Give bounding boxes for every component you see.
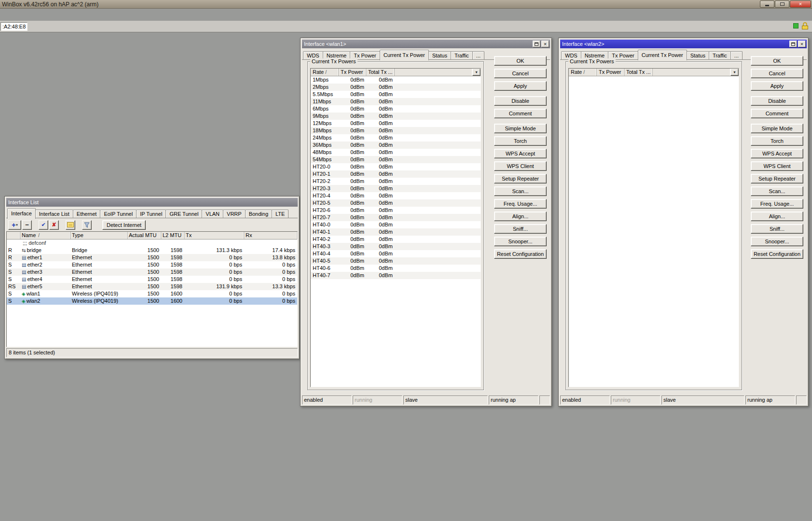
interface-row[interactable]: S ▤ether3 Ethernet 1500 1598 0 bps 0 bps bbox=[7, 268, 297, 276]
column-header-rate[interactable]: Rate/ bbox=[569, 69, 597, 76]
tab[interactable]: Interface List bbox=[35, 210, 73, 218]
enable-button[interactable]: ✔ bbox=[39, 220, 48, 230]
action-button[interactable]: Disable bbox=[494, 96, 547, 106]
column-header-type[interactable]: Type bbox=[70, 232, 127, 239]
tab[interactable]: Traffic bbox=[451, 51, 473, 60]
column-header-actual-mtu[interactable]: Actual MTU bbox=[127, 232, 161, 239]
action-button[interactable]: Apply bbox=[751, 81, 803, 91]
action-button[interactable]: WPS Client bbox=[494, 161, 547, 171]
action-button[interactable]: WPS Client bbox=[751, 161, 803, 171]
app-titlebar[interactable]: WinBox v6.42rc56 on hAP ac^2 (arm) × bbox=[0, 0, 812, 9]
tx-power-row[interactable]: 9Mbps 0dBm 0dBm bbox=[311, 113, 481, 120]
tx-power-row[interactable]: HT40-1 0dBm 0dBm bbox=[311, 228, 481, 236]
action-button[interactable]: Cancel bbox=[494, 69, 547, 78]
interface-row[interactable]: R ▤ether1 Ethernet 1500 1598 0 bps 13.8 … bbox=[7, 254, 297, 261]
tx-power-row[interactable]: HT20-0 0dBm 0dBm bbox=[311, 163, 481, 170]
tx-power-row[interactable]: HT40-5 0dBm 0dBm bbox=[311, 257, 481, 265]
action-button[interactable]: OK bbox=[494, 56, 547, 66]
address-box[interactable]: :A2:48:E8 bbox=[0, 22, 28, 31]
tx-power-row[interactable]: HT20-7 0dBm 0dBm bbox=[311, 214, 481, 221]
interface-row[interactable]: S ◈wlan1 Wireless (IPQ4019) 1500 1600 0 … bbox=[7, 290, 297, 297]
action-button[interactable]: Reset Configuration bbox=[494, 249, 547, 259]
action-button[interactable]: Snooper... bbox=[751, 237, 803, 246]
action-button[interactable]: Comment bbox=[494, 109, 547, 118]
tx-power-row[interactable]: 12Mbps 0dBm 0dBm bbox=[311, 120, 481, 127]
action-button[interactable]: OK bbox=[751, 56, 803, 66]
tx-power-row[interactable]: HT20-5 0dBm 0dBm bbox=[311, 199, 481, 207]
action-button[interactable]: Apply bbox=[494, 81, 547, 91]
tx-power-row[interactable]: HT20-6 0dBm 0dBm bbox=[311, 207, 481, 214]
interface-row[interactable]: S ◈wlan2 Wireless (IPQ4019) 1500 1600 0 … bbox=[7, 297, 297, 305]
tx-power-row[interactable]: 54Mbps 0dBm 0dBm bbox=[311, 156, 481, 163]
tx-power-row[interactable]: 2Mbps 0dBm 0dBm bbox=[311, 84, 481, 91]
restore-button[interactable] bbox=[533, 41, 540, 47]
action-button[interactable]: Comment bbox=[751, 109, 803, 118]
close-button[interactable]: × bbox=[541, 41, 549, 47]
action-button[interactable]: Align... bbox=[751, 211, 803, 221]
tab[interactable]: EoIP Tunnel bbox=[100, 210, 137, 218]
tx-power-row[interactable]: 11Mbps 0dBm 0dBm bbox=[311, 98, 481, 105]
tab[interactable]: VRRP bbox=[223, 210, 246, 218]
wlan2-titlebar[interactable]: Interface <wlan2> × bbox=[560, 40, 807, 48]
action-button[interactable]: Simple Mode bbox=[751, 124, 803, 133]
tab[interactable]: GRE Tunnel bbox=[165, 210, 202, 218]
tx-power-row[interactable]: 48Mbps 0dBm 0dBm bbox=[311, 149, 481, 156]
interface-row[interactable]: RS ▤ether5 Ethernet 1500 1598 131.9 kbps… bbox=[7, 283, 297, 290]
tab[interactable]: VLAN bbox=[202, 210, 223, 218]
tx-power-row[interactable]: HT40-4 0dBm 0dBm bbox=[311, 250, 481, 257]
column-header-tx[interactable]: Tx bbox=[184, 232, 244, 239]
tx-power-row[interactable]: HT20-4 0dBm 0dBm bbox=[311, 192, 481, 199]
column-header-total-tx[interactable]: Total Tx ... bbox=[624, 69, 653, 76]
action-button[interactable]: Setup Repeater bbox=[751, 174, 803, 183]
interface-list-titlebar[interactable]: Interface List bbox=[6, 198, 298, 207]
tab[interactable]: Status bbox=[687, 51, 709, 60]
column-header-rx[interactable]: Rx bbox=[244, 232, 297, 239]
tab[interactable]: LTE bbox=[272, 210, 289, 218]
add-button[interactable]: +▾ bbox=[8, 220, 21, 230]
tx-power-row[interactable]: 24Mbps 0dBm 0dBm bbox=[311, 134, 481, 141]
action-button[interactable]: Setup Repeater bbox=[494, 174, 547, 183]
interface-row[interactable]: S ▤ether2 Ethernet 1500 1598 0 bps 0 bps bbox=[7, 261, 297, 268]
action-button[interactable]: WPS Accept bbox=[751, 149, 803, 158]
action-button[interactable]: Torch bbox=[751, 136, 803, 146]
interface-table-header[interactable]: Name/ Type Actual MTU L2 MTU Tx Rx bbox=[7, 232, 297, 239]
action-button[interactable]: WPS Accept bbox=[494, 149, 547, 158]
disable-button[interactable]: ✘ bbox=[49, 220, 59, 230]
tx-power-row[interactable]: HT40-6 0dBm 0dBm bbox=[311, 265, 481, 272]
action-button[interactable]: Cancel bbox=[751, 69, 803, 78]
tx-power-row[interactable]: 36Mbps 0dBm 0dBm bbox=[311, 141, 481, 149]
close-button[interactable]: × bbox=[790, 0, 811, 8]
interface-row[interactable]: R ⇆bridge Bridge 1500 1598 131.3 kbps 17… bbox=[7, 247, 297, 254]
tab[interactable]: Current Tx Power bbox=[380, 50, 429, 60]
column-header-name[interactable]: Name/ bbox=[20, 232, 70, 239]
tx-power-row[interactable]: 18Mbps 0dBm 0dBm bbox=[311, 127, 481, 134]
filter-button[interactable] bbox=[82, 220, 92, 230]
tab[interactable]: Ethernet bbox=[73, 210, 101, 218]
minimize-button[interactable] bbox=[760, 0, 774, 8]
tx-power-row[interactable]: HT20-1 0dBm 0dBm bbox=[311, 170, 481, 178]
action-button[interactable]: Reset Configuration bbox=[751, 249, 803, 259]
remove-button[interactable]: − bbox=[22, 220, 32, 230]
action-button[interactable]: Scan... bbox=[751, 186, 803, 196]
tx-power-row[interactable]: 6Mbps 0dBm 0dBm bbox=[311, 105, 481, 113]
action-button[interactable]: Torch bbox=[494, 136, 547, 146]
tab[interactable]: Interface bbox=[7, 208, 36, 219]
tab[interactable]: Current Tx Power bbox=[638, 50, 687, 60]
column-dropdown-button[interactable]: ▼ bbox=[730, 69, 739, 76]
tx-table-header[interactable]: Rate/ Tx Power Total Tx ... ▼ bbox=[569, 69, 739, 76]
column-header-l2-mtu[interactable]: L2 MTU bbox=[161, 232, 184, 239]
tx-power-row[interactable]: HT40-7 0dBm 0dBm bbox=[311, 272, 481, 279]
tab[interactable]: Traffic bbox=[709, 51, 731, 60]
action-button[interactable]: Freq. Usage... bbox=[751, 199, 803, 209]
tab[interactable]: IP Tunnel bbox=[136, 210, 166, 218]
column-header-tx-power[interactable]: Tx Power bbox=[339, 69, 366, 76]
tab[interactable]: ... bbox=[730, 51, 743, 60]
interface-row[interactable]: S ▤ether4 Ethernet 1500 1598 0 bps 0 bps bbox=[7, 276, 297, 283]
tab[interactable]: Status bbox=[428, 51, 451, 60]
action-button[interactable]: Sniff... bbox=[751, 224, 803, 234]
action-button[interactable]: Sniff... bbox=[494, 224, 547, 234]
column-header-rate[interactable]: Rate/ bbox=[311, 69, 339, 76]
column-header-flag[interactable] bbox=[7, 232, 20, 239]
tab[interactable]: ... bbox=[472, 51, 484, 60]
action-button[interactable]: Align... bbox=[494, 211, 547, 221]
